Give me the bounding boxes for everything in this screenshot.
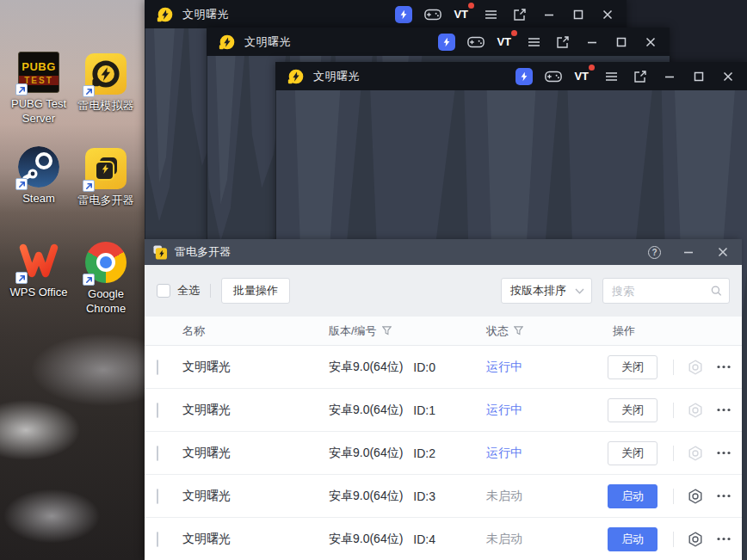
desktop-icon-ld-multiplayer[interactable]: 雷电多开器 bbox=[72, 148, 139, 208]
instance-row: 文明曙光 安卓9.0(64位) ID:3 未启动 启动 bbox=[145, 475, 742, 518]
search-box[interactable] bbox=[602, 278, 730, 304]
close-icon[interactable] bbox=[716, 245, 730, 259]
action-divider bbox=[673, 489, 674, 504]
menu-icon[interactable] bbox=[525, 34, 542, 51]
settings-gear-icon[interactable] bbox=[686, 401, 705, 420]
menu-icon[interactable] bbox=[602, 68, 620, 85]
icon-label: WPS Office bbox=[5, 286, 72, 300]
instance-name: 文明曙光 bbox=[182, 489, 329, 504]
boost-icon[interactable] bbox=[515, 68, 533, 85]
emulator-titlebar[interactable]: 文明曙光 VT bbox=[145, 0, 627, 28]
instance-row: 文明曙光 安卓9.0(64位) ID:4 未启动 启动 bbox=[145, 518, 742, 560]
maximize-icon[interactable] bbox=[570, 6, 587, 23]
batch-operations-button[interactable]: 批量操作 bbox=[221, 278, 290, 304]
row-checkbox[interactable] bbox=[157, 532, 158, 547]
row-checkbox[interactable] bbox=[157, 360, 158, 375]
instance-name: 文明曙光 bbox=[182, 360, 329, 375]
row-checkbox[interactable] bbox=[157, 446, 158, 461]
toggle-instance-button[interactable]: 关闭 bbox=[608, 398, 657, 422]
settings-gear-icon[interactable] bbox=[686, 530, 705, 549]
more-options-icon[interactable] bbox=[715, 402, 732, 419]
vt-button[interactable]: VT bbox=[497, 34, 513, 51]
ld-multiplayer-logo-icon bbox=[153, 245, 168, 260]
instance-status: 未启动 bbox=[486, 489, 608, 504]
more-options-icon[interactable] bbox=[715, 359, 732, 376]
desktop-icon-wps-office[interactable]: WPS Office bbox=[5, 240, 72, 300]
filter-funnel-icon[interactable] bbox=[382, 326, 392, 335]
desktop-icon-steam[interactable]: Steam bbox=[5, 146, 72, 206]
action-divider bbox=[673, 360, 674, 375]
minimize-icon[interactable] bbox=[540, 6, 558, 23]
instance-id: ID:4 bbox=[413, 532, 435, 546]
search-icon bbox=[711, 285, 722, 297]
ldplayer-logo-icon bbox=[219, 34, 236, 51]
select-all-label: 全选 bbox=[177, 283, 200, 298]
ldplayer-logo-icon bbox=[287, 68, 305, 85]
select-all-checkbox[interactable] bbox=[157, 284, 170, 298]
row-checkbox[interactable] bbox=[157, 489, 158, 504]
toggle-instance-button[interactable]: 关闭 bbox=[608, 355, 657, 379]
more-options-icon[interactable] bbox=[715, 531, 732, 548]
minimize-icon[interactable] bbox=[682, 245, 695, 259]
header-status: 状态 bbox=[486, 323, 509, 339]
maximize-icon[interactable] bbox=[613, 34, 630, 51]
toggle-instance-button[interactable]: 关闭 bbox=[608, 441, 657, 465]
boost-icon[interactable] bbox=[438, 34, 455, 51]
help-icon[interactable]: ? bbox=[648, 246, 661, 259]
gamepad-icon[interactable] bbox=[545, 68, 562, 85]
desktop-icon-pubg-test-server[interactable]: PUBG TEST PUBG Test Server bbox=[5, 52, 72, 126]
gamepad-icon[interactable] bbox=[467, 34, 485, 51]
action-divider bbox=[673, 446, 674, 461]
more-options-icon[interactable] bbox=[715, 445, 732, 462]
toggle-instance-button[interactable]: 启动 bbox=[608, 484, 657, 508]
header-version: 版本/编号 bbox=[329, 323, 377, 339]
ldplayer-logo-icon bbox=[157, 6, 174, 23]
instance-name: 文明曙光 bbox=[182, 446, 329, 461]
settings-gear-icon[interactable] bbox=[686, 358, 705, 377]
new-window-icon[interactable] bbox=[511, 6, 528, 23]
notification-dot bbox=[468, 3, 474, 9]
settings-gear-icon[interactable] bbox=[686, 444, 705, 463]
notification-dot bbox=[589, 65, 595, 71]
filter-funnel-icon[interactable] bbox=[514, 326, 523, 335]
notification-dot bbox=[511, 30, 517, 36]
table-header: 名称 版本/编号 状态 操作 bbox=[145, 317, 742, 346]
instance-id: ID:2 bbox=[413, 446, 435, 460]
close-icon[interactable] bbox=[599, 6, 616, 23]
settings-gear-icon[interactable] bbox=[686, 487, 705, 506]
close-icon[interactable] bbox=[642, 34, 659, 51]
sort-dropdown[interactable]: 按版本排序 bbox=[501, 278, 592, 304]
icon-label: 雷电模拟器 bbox=[72, 99, 139, 114]
close-icon[interactable] bbox=[719, 68, 737, 85]
row-checkbox[interactable] bbox=[157, 403, 158, 418]
new-window-icon[interactable] bbox=[632, 68, 649, 85]
emulator-titlebar[interactable]: 文明曙光 VT bbox=[207, 28, 670, 56]
vt-button[interactable]: VT bbox=[574, 68, 590, 85]
vt-button[interactable]: VT bbox=[454, 6, 470, 23]
menu-icon[interactable] bbox=[482, 6, 499, 23]
action-divider bbox=[673, 403, 674, 418]
shortcut-arrow-icon bbox=[15, 272, 28, 284]
gamepad-icon[interactable] bbox=[424, 6, 441, 23]
new-window-icon[interactable] bbox=[554, 34, 571, 51]
more-options-icon[interactable] bbox=[715, 488, 732, 505]
desktop-icon-ldplayer[interactable]: 雷电模拟器 bbox=[72, 53, 139, 114]
instance-version: 安卓9.0(64位) bbox=[329, 446, 403, 461]
minimize-icon[interactable] bbox=[583, 34, 601, 51]
instance-id: ID:3 bbox=[413, 489, 435, 503]
minimize-icon[interactable] bbox=[661, 68, 678, 85]
shortcut-arrow-icon bbox=[83, 274, 95, 286]
toggle-instance-button[interactable]: 启动 bbox=[608, 527, 657, 551]
instance-id: ID:0 bbox=[413, 360, 435, 374]
boost-icon[interactable] bbox=[395, 6, 412, 23]
maximize-icon[interactable] bbox=[690, 68, 707, 85]
emulator-titlebar[interactable]: 文明曙光 VT bbox=[275, 62, 747, 90]
desktop-icon-google-chrome[interactable]: Google Chrome bbox=[72, 242, 139, 317]
sort-dropdown-value: 按版本排序 bbox=[510, 283, 566, 298]
instance-row: 文明曙光 安卓9.0(64位) ID:1 运行中 关闭 bbox=[145, 389, 742, 432]
instance-row: 文明曙光 安卓9.0(64位) ID:0 运行中 关闭 bbox=[145, 346, 742, 389]
screen: PUBG TEST PUBG Test Server 雷电模拟器 bbox=[0, 0, 747, 560]
instance-status: 未启动 bbox=[486, 532, 608, 547]
manager-titlebar[interactable]: 雷电多开器 ? bbox=[145, 239, 742, 265]
search-input[interactable] bbox=[612, 285, 711, 298]
